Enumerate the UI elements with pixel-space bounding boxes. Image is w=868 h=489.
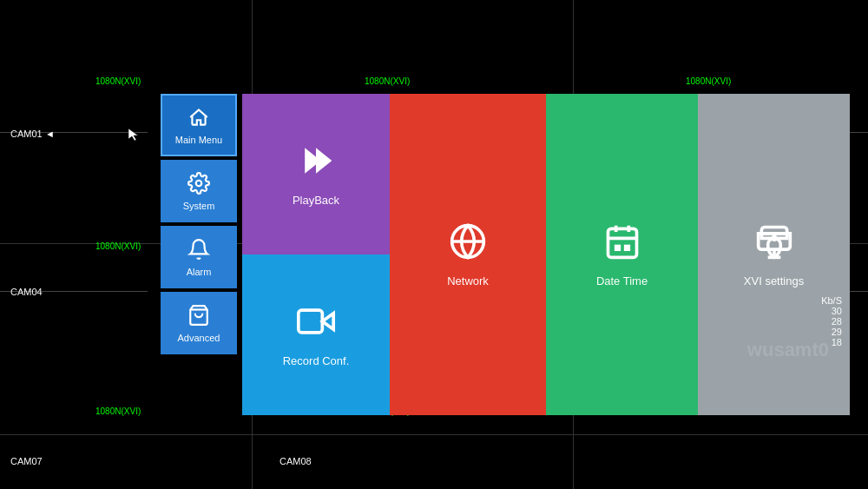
monitor-icon — [755, 222, 793, 268]
res-label-1: 1080N(XVI) — [95, 76, 141, 86]
tile-playback-label: PlayBack — [293, 194, 339, 207]
sidebar-alarm-label: Alarm — [187, 267, 212, 277]
cam01-label: CAM01 — [10, 129, 43, 139]
sidebar-item-alarm[interactable]: Alarm — [161, 226, 237, 288]
tile-xvi-settings[interactable]: XVI settings — [698, 94, 850, 415]
svg-marker-4 — [316, 148, 332, 173]
tile-record-label: Record Conf. — [283, 354, 350, 367]
bell-icon — [187, 238, 210, 263]
svg-rect-12 — [623, 244, 629, 250]
cursor — [128, 129, 137, 139]
tile-network-label: Network — [447, 274, 489, 287]
svg-marker-0 — [128, 129, 138, 141]
stats-value-4: 18 — [821, 337, 842, 347]
svg-rect-11 — [614, 244, 620, 250]
cam04-label: CAM04 — [10, 287, 43, 297]
tile-record-conf[interactable]: Record Conf. — [242, 254, 390, 415]
sidebar-advanced-label: Advanced — [178, 333, 220, 343]
cam01-icon: ◄ — [45, 129, 55, 139]
sidebar-item-main-menu[interactable]: Main Menu — [161, 94, 237, 156]
tile-datetime[interactable]: Date Time — [546, 94, 698, 415]
stats-box: Kb/S 30 28 29 18 — [821, 295, 842, 347]
sidebar-main-menu-label: Main Menu — [175, 135, 222, 145]
res-label-3: 1080N(XVI) — [686, 76, 731, 86]
play-forward-icon — [297, 142, 335, 187]
svg-rect-7 — [608, 228, 636, 257]
calendar-icon — [603, 222, 641, 268]
tile-xvi-label: XVI settings — [744, 274, 804, 287]
sidebar-item-system[interactable]: System — [161, 160, 237, 222]
svg-rect-16 — [299, 310, 323, 333]
tile-playback[interactable]: PlayBack — [242, 94, 390, 254]
res-label-2: 1080N(XVI) — [365, 76, 410, 86]
cam07-label: CAM07 — [10, 456, 43, 466]
stats-value-1: 30 — [821, 306, 842, 316]
gear-icon — [187, 172, 210, 197]
sidebar-item-advanced[interactable]: Advanced — [161, 292, 237, 354]
camera-record-icon — [297, 302, 335, 347]
tile-network[interactable]: Network — [390, 94, 546, 415]
bag-icon — [187, 304, 210, 329]
res-label-4: 1080N(XVI) — [95, 241, 141, 251]
tile-datetime-label: Date Time — [596, 274, 648, 287]
sidebar-system-label: System — [183, 201, 215, 211]
svg-point-1 — [196, 180, 202, 186]
menu-overlay: Main Menu System Alarm — [161, 94, 850, 415]
sidebar: Main Menu System Alarm — [161, 94, 237, 415]
globe-icon — [449, 222, 487, 268]
stats-value-3: 29 — [821, 327, 842, 337]
res-label-6: 1080N(XVI) — [95, 406, 141, 416]
stats-value-2: 28 — [821, 316, 842, 327]
stats-title: Kb/S — [821, 295, 842, 306]
cam08-label: CAM08 — [279, 456, 312, 466]
main-tile-grid: PlayBack Network — [242, 94, 850, 415]
home-icon — [187, 106, 210, 131]
